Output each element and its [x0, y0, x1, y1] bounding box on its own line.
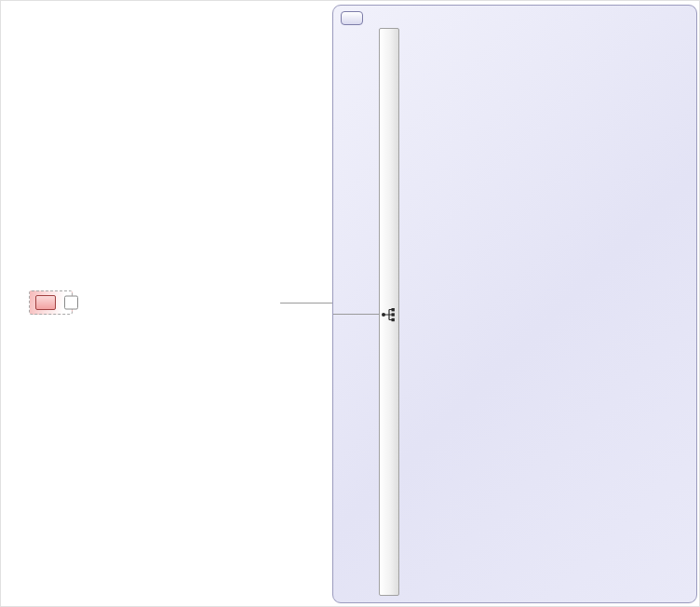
root-connector-line [280, 303, 332, 304]
element-icon [35, 295, 56, 310]
xsd-diagram [0, 0, 700, 607]
collapse-icon[interactable] [64, 296, 78, 310]
complex-type-container [332, 5, 697, 603]
root-element-box[interactable] [29, 290, 73, 315]
element-rows [333, 6, 696, 602]
